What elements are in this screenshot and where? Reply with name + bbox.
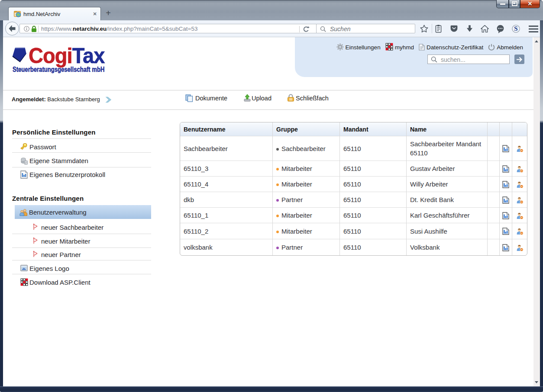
svg-text:S: S: [514, 25, 517, 32]
